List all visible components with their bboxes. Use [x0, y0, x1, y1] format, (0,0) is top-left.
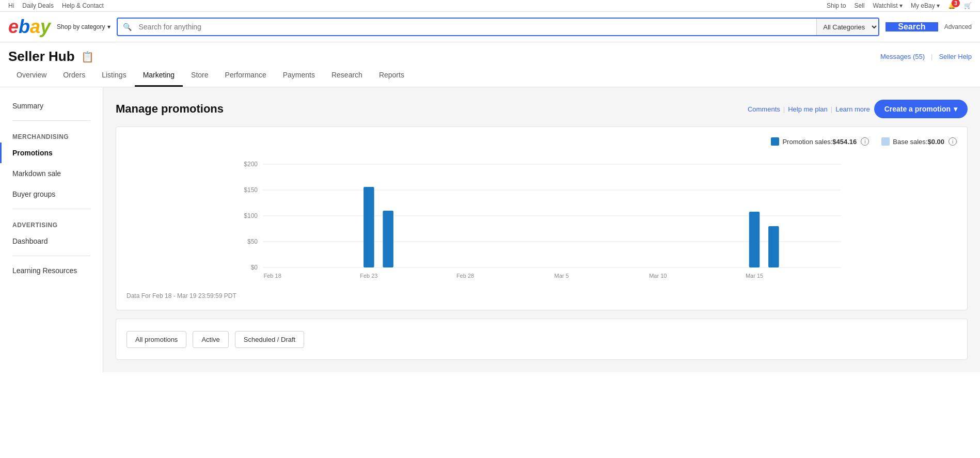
learn-more-link[interactable]: Learn more: [835, 105, 870, 113]
tab-store[interactable]: Store: [183, 65, 216, 87]
chart-legend: Promotion sales:$454.16 i Base sales:$0.…: [127, 137, 957, 146]
tab-orders[interactable]: Orders: [55, 65, 93, 87]
watchlist-label: Watchlist: [873, 2, 897, 9]
sidebar-item-dashboard[interactable]: Dashboard: [0, 231, 103, 251]
cart-icon[interactable]: 🛒: [964, 2, 972, 9]
sidebar-divider-1: [12, 120, 90, 121]
svg-rect-12: [749, 212, 760, 267]
sidebar-divider-2: [12, 209, 90, 209]
seller-hub-right: Messages (55) | Seller Help: [880, 53, 972, 60]
bottom-button-1[interactable]: All promotions: [127, 331, 186, 348]
top-bar: Hi Daily Deals Help & Contact Ship to Se…: [0, 0, 980, 12]
sidebar-section-merchandising: MERCHANDISING: [0, 125, 103, 143]
create-promotion-button[interactable]: Create a promotion ▾: [874, 100, 968, 118]
sidebar-item-markdown-sale[interactable]: Markdown sale: [0, 163, 103, 184]
legend-promotion-label: Promotion sales:$454.16: [782, 138, 857, 146]
sidebar-item-summary[interactable]: Summary: [0, 96, 103, 116]
tab-performance[interactable]: Performance: [217, 65, 275, 87]
sidebar-divider-3: [12, 256, 90, 256]
sidebar-item-promotions[interactable]: Promotions: [0, 143, 103, 163]
svg-text:$100: $100: [244, 212, 258, 219]
top-bar-right: Ship to Sell Watchlist ▾ My eBay ▾ 🔔 3 🛒: [827, 2, 972, 9]
search-wrapper: 🔍 All Categories: [117, 18, 880, 36]
logo-y: y: [40, 16, 51, 38]
legend-promotion-sales: Promotion sales:$454.16 i: [771, 137, 869, 146]
base-sales-info-icon[interactable]: i: [949, 137, 957, 146]
seller-hub-icon: 📋: [81, 51, 94, 63]
create-promotion-chevron-icon: ▾: [954, 105, 957, 113]
manage-links: Comments | Help me plan | Learn more: [748, 105, 870, 113]
bottom-button-3[interactable]: Scheduled / Draft: [235, 331, 304, 348]
tab-marketing[interactable]: Marketing: [135, 65, 183, 87]
manage-header-right: Comments | Help me plan | Learn more Cre…: [748, 100, 968, 118]
notification-badge: 3: [952, 0, 960, 7]
tab-listings[interactable]: Listings: [93, 65, 134, 87]
svg-text:Feb 28: Feb 28: [456, 273, 474, 279]
create-promotion-label: Create a promotion: [884, 105, 951, 113]
tab-reports[interactable]: Reports: [371, 65, 413, 87]
svg-text:Mar 5: Mar 5: [555, 273, 569, 279]
main-content: Manage promotions Comments | Help me pla…: [103, 87, 980, 372]
my-ebay-label: My eBay: [911, 2, 935, 9]
logo-a: a: [30, 16, 40, 38]
chart-card: Promotion sales:$454.16 i Base sales:$0.…: [116, 127, 968, 310]
sidebar: Summary MERCHANDISING Promotions Markdow…: [0, 87, 103, 372]
svg-text:Mar 15: Mar 15: [746, 273, 763, 279]
svg-text:$150: $150: [244, 186, 258, 194]
promotion-sales-info-icon[interactable]: i: [861, 137, 869, 146]
seller-hub-title: Seller Hub: [8, 49, 75, 65]
search-input[interactable]: [137, 19, 817, 35]
chart-data-note: Data For Feb 18 - Mar 19 23:59:59 PDT: [127, 292, 957, 299]
shop-by-chevron-icon: ▾: [107, 23, 110, 30]
shop-by-label: Shop by category: [57, 23, 105, 30]
help-contact-link[interactable]: Help & Contact: [62, 2, 104, 9]
seller-hub-header: Seller Hub 📋 Messages (55) | Seller Help: [0, 42, 980, 65]
watchlist-link[interactable]: Watchlist ▾: [873, 2, 903, 9]
ebay-logo: ebay: [8, 16, 51, 38]
layout: Summary MERCHANDISING Promotions Markdow…: [0, 87, 980, 372]
shop-by-category[interactable]: Shop by category ▾: [57, 23, 110, 30]
svg-text:$0: $0: [251, 264, 258, 271]
legend-promotion-box: [771, 137, 779, 146]
svg-text:Mar 10: Mar 10: [649, 273, 667, 279]
seller-help-link[interactable]: Seller Help: [939, 53, 972, 60]
logo-e: e: [8, 16, 19, 38]
svg-rect-10: [363, 187, 374, 267]
bottom-card: All promotions Active Scheduled / Draft: [116, 319, 968, 360]
top-bar-left: Hi Daily Deals Help & Contact: [8, 2, 104, 9]
comments-link[interactable]: Comments: [748, 105, 780, 113]
legend-base-box: [881, 137, 890, 146]
help-me-plan-link[interactable]: Help me plan: [788, 105, 828, 113]
legend-base-label: Base sales:$0.00: [893, 138, 944, 146]
sell-link[interactable]: Sell: [854, 2, 864, 9]
advanced-link[interactable]: Advanced: [944, 23, 972, 30]
tab-payments[interactable]: Payments: [275, 65, 323, 87]
bottom-button-2[interactable]: Active: [193, 331, 228, 348]
main-nav: Overview Orders Listings Marketing Store…: [0, 65, 980, 87]
logo-b: b: [19, 16, 30, 38]
svg-rect-11: [383, 211, 393, 267]
my-ebay-chevron-icon: ▾: [937, 2, 940, 9]
svg-rect-13: [768, 226, 779, 267]
messages-link[interactable]: Messages (55): [880, 53, 925, 60]
legend-base-sales: Base sales:$0.00 i: [881, 137, 957, 146]
svg-text:$50: $50: [247, 238, 258, 245]
svg-text:Feb 23: Feb 23: [360, 273, 377, 279]
notification-icon[interactable]: 🔔 3: [948, 2, 956, 9]
tab-research[interactable]: Research: [323, 65, 371, 87]
ship-to-link[interactable]: Ship to: [827, 2, 846, 9]
search-button[interactable]: Search: [886, 22, 938, 31]
bar-chart: $200 $150 $100 $50 $0 Feb 18Feb 23Feb 28…: [127, 154, 957, 288]
category-select[interactable]: All Categories: [816, 19, 878, 35]
my-ebay-link[interactable]: My eBay ▾: [911, 2, 940, 9]
sidebar-section-advertising: ADVERTISING: [0, 213, 103, 231]
sidebar-item-buyer-groups[interactable]: Buyer groups: [0, 184, 103, 204]
svg-text:Feb 18: Feb 18: [264, 273, 281, 279]
svg-text:$200: $200: [244, 161, 258, 168]
search-icon: 🔍: [118, 19, 137, 35]
search-bar-area: ebay Shop by category ▾ 🔍 All Categories…: [0, 12, 980, 42]
tab-overview[interactable]: Overview: [8, 65, 55, 87]
greeting: Hi: [8, 2, 14, 9]
daily-deals-link[interactable]: Daily Deals: [22, 2, 54, 9]
sidebar-item-learning-resources[interactable]: Learning Resources: [0, 260, 103, 281]
